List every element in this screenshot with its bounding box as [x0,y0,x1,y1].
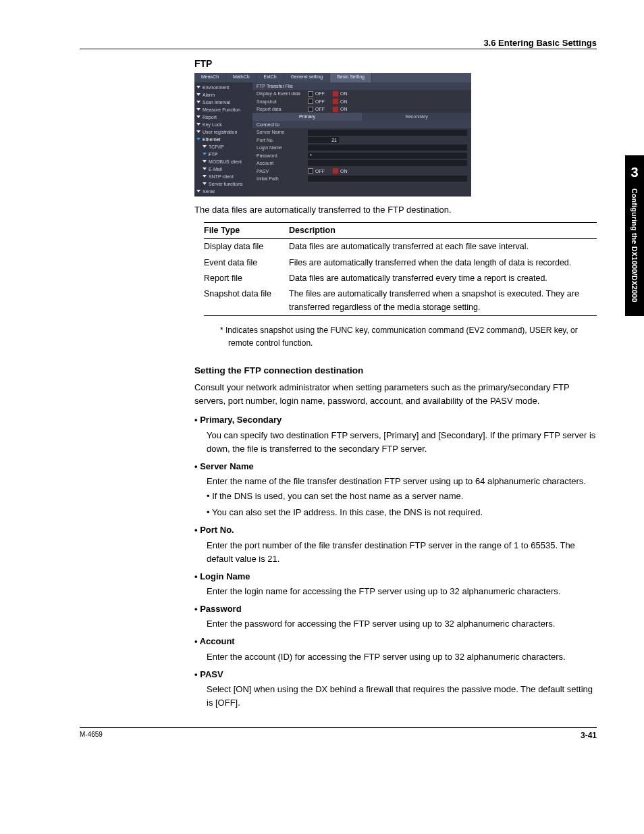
chapter-thumb-tab: 3 Configuring the DX1000/DX2000 [625,155,644,316]
cell-r1c1: Files are automatically transferred when… [289,255,597,271]
intro-paragraph: The data files are automatically transfe… [194,203,597,217]
ftp-settings-screenshot: MeasCh MathCh ExtCh General setting Basi… [194,73,471,197]
tab-measch: MeasCh [194,73,226,82]
row-pasv: PASVOFFON [252,167,471,175]
cell-r0c0: Display data file [204,239,289,255]
side-serial: Serial [194,188,252,195]
file-type-table: File Type Description Display data fileD… [204,222,597,316]
side-email: E-Mail [194,165,252,173]
row-report-data: Report dataOFFON [252,105,471,113]
side-tcpip: TCP/IP [194,143,252,151]
bullet-account: Account Enter the account (ID) for acces… [194,635,597,663]
row-password: Password* [252,152,471,159]
cell-r1c0: Event data file [204,255,289,271]
side-report: Report [194,113,252,121]
cell-r3c0: Snapshot data file [204,286,289,315]
cell-r3c1: The files are automatically transferred … [289,286,597,315]
sub-dns: If the DNS is used, you can set the host… [207,490,597,503]
side-measure: Measure Function [194,106,252,113]
side-keylock: Key Lock [194,121,252,128]
row-display-event: Display & Event dataOFFON [252,90,471,97]
row-login-name: Login Name. [252,144,471,151]
bullet-primary-secondary: Primary, Secondary You can specify two d… [194,413,597,455]
row-account: Account. [252,159,471,167]
shot-connect-header: Connect to [252,121,471,128]
cell-r0c1: Data files are automatically transferred… [289,239,597,255]
tab-mathch: MathCh [226,73,257,82]
row-server-name: Server Name. [252,128,471,136]
footer-right: 3-41 [581,729,597,742]
row-port-no: Port No.21 [252,136,471,144]
shot-main: FTP Transfer File Display & Event dataOF… [252,82,471,197]
settings-bullets: Primary, Secondary You can specify two d… [194,413,597,710]
shot-top-tabs: MeasCh MathCh ExtCh General setting Basi… [194,73,471,82]
shot-sidebar: Environment Alarm Scan Interval Measure … [194,82,252,197]
tab-basic: Basic Setting [330,73,372,82]
bullet-password: Password Enter the password for accessin… [194,602,597,631]
side-sntp: SNTP client [194,173,252,180]
footer-left: M-4659 [80,729,103,742]
row-initial-path: Initial Path. [252,175,471,182]
bullet-port-no: Port No. Enter the port number of the fi… [194,523,597,565]
side-ethernet: Ethernet [194,136,252,143]
subtab-secondary: Secondary [362,113,471,120]
subtab-primary: Primary [252,113,362,120]
side-environment: Environment [194,84,252,91]
cell-r2c1: Data files are automatically transferred… [289,271,597,286]
side-modbus: MODBUS client [194,158,252,165]
side-userreg: User registration [194,128,252,136]
side-ftp: FTP [194,151,252,158]
chapter-title: Configuring the DX1000/DX2000 [629,188,640,303]
bullet-server-name: Server Name Enter the name of the file t… [194,460,597,520]
tab-extch: ExtCh [257,73,284,82]
shot-subtabs: PrimarySecondary [252,113,471,120]
bullet-pasv: PASV Select [ON] when using the DX behin… [194,668,597,710]
th-file-type: File Type [204,222,289,238]
bullet-login-name: Login Name Enter the login name for acce… [194,570,597,598]
cell-r2c0: Report file [204,271,289,286]
page: 3.6 Entering Basic Settings 3 Configurin… [0,0,644,769]
subsection-heading: Setting the FTP connection destination [194,364,597,378]
server-name-subbullets: If the DNS is used, you can set the host… [207,490,597,519]
sub-ip: You can also set the IP address. In this… [207,506,597,519]
th-description: Description [289,222,597,238]
tab-general: General setting [284,73,330,82]
side-serverfn: Server functions [194,180,252,188]
subsection-body: Consult your network administrator when … [194,381,597,408]
table-footnote: * Indicates snapshot using the FUNC key,… [220,324,597,349]
section-title: FTP [194,57,597,72]
page-footer: M-4659 3-41 [80,727,597,742]
shot-main-header: FTP Transfer File [252,82,471,90]
side-alarm: Alarm [194,91,252,99]
row-snapshot: SnapshotOFFON [252,98,471,105]
side-scan: Scan Interval [194,99,252,106]
header-rule [80,49,597,49]
chapter-number: 3 [625,162,644,183]
content-area: FTP MeasCh MathCh ExtCh General setting … [194,57,597,710]
